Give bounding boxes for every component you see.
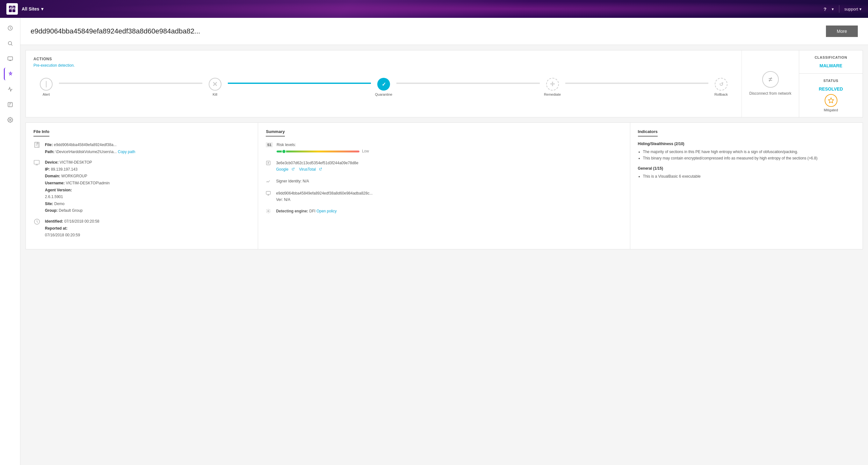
svg-rect-10 <box>34 161 39 164</box>
copy-path-link[interactable]: Copy path <box>118 150 135 154</box>
indicator-list: The majority of sections in this PE have… <box>638 149 855 162</box>
sidebar-item-threats[interactable] <box>4 68 17 80</box>
filehash2-value: e9dd9064bba45849efa8924edf38a8d60e984adb… <box>276 190 372 197</box>
ver-line: Ver: N/A <box>276 197 372 203</box>
file-info-card: File Info File: e9dd9064bba45849efa8924e… <box>26 123 258 249</box>
status-resolved: RESOLVED <box>819 86 843 91</box>
disconnect-label: Disconnect from network <box>749 91 791 96</box>
s1-badge: S1 <box>266 142 273 147</box>
page-title: e9dd9064bba45849efa8924edf38a8d60e984adb… <box>31 27 200 35</box>
rollback-step-icon: ↺ <box>715 78 727 91</box>
sidebar-item-devices[interactable] <box>4 52 17 65</box>
identified-value: 07/16/2018 00:20:58 <box>64 219 99 224</box>
agent-line: Agent Version: <box>45 187 110 194</box>
sidebar <box>0 18 21 465</box>
list-item: This binary may contain encrypted/compre… <box>643 155 855 162</box>
sidebar-item-search[interactable] <box>4 37 17 50</box>
signer-icon <box>266 179 272 185</box>
risk-dot <box>282 149 286 154</box>
identified-label: Identified: <box>45 219 63 224</box>
disconnect-box[interactable]: ≠ Disconnect from network <box>742 50 799 117</box>
status-box: STATUS RESOLVED Mitigated <box>799 74 863 117</box>
svg-point-5 <box>8 41 12 45</box>
more-button[interactable]: More <box>826 26 858 37</box>
sidebar-item-dashboard[interactable] <box>4 22 17 34</box>
svg-rect-9 <box>35 142 39 148</box>
ip-line: IP: 89.139.197.143 <box>45 166 110 173</box>
risk-label: Risk levels: <box>277 143 296 147</box>
reported-value: 07/16/2018 00:20:59 <box>45 232 99 239</box>
main-content: e9dd9064bba45849efa8924edf38a8d60e984adb… <box>21 18 868 465</box>
external-link-icon <box>291 168 295 171</box>
risk-content: Risk levels: Low <box>277 142 369 155</box>
svg-rect-13 <box>267 191 271 194</box>
indicators-sections: Hiding/Stealthiness (2/10)The majority o… <box>638 142 855 179</box>
mitigated-label: Mitigated <box>824 108 838 112</box>
workflow-step-kill[interactable]: ✕ Kill <box>202 78 228 96</box>
logo[interactable] <box>6 3 18 15</box>
signer-label: Signer Identity: <box>276 179 302 183</box>
support-label: support <box>844 7 858 11</box>
group-label: Group: <box>45 208 58 213</box>
file-row: File: e9dd9064bba45849efa8924edf38a... P… <box>33 142 250 155</box>
filehash2-row: e9dd9064bba45849efa8924edf38a8d60e984adb… <box>266 190 622 203</box>
hash-content: 3e6e3cb07d62c13cd5354ef51d3f244a09e78d8e… <box>276 160 358 173</box>
support-menu[interactable]: support ▾ <box>844 7 862 11</box>
username-label: Username: <box>45 181 65 185</box>
time-details: Identified: 07/16/2018 00:20:58 Reported… <box>45 218 99 239</box>
sidebar-item-reports[interactable] <box>4 98 17 111</box>
file-line: File: e9dd9064bba45849efa8924edf38a... <box>45 142 135 149</box>
filehash2-content: e9dd9064bba45849efa8924edf38a8d60e984adb… <box>276 190 372 203</box>
class-status-panel: CLASSIFICATION MALWARE STATUS RESOLVED M… <box>799 50 863 117</box>
file-info-title: File Info <box>33 129 50 137</box>
domain-value: WORKGROUP <box>61 174 87 178</box>
signer-value: N/A <box>303 179 309 183</box>
help-button[interactable]: ? <box>824 6 826 12</box>
hash-icon <box>266 161 272 167</box>
reported-line: Reported at: <box>45 225 99 232</box>
classification-title: CLASSIFICATION <box>814 56 847 59</box>
indicator-list: This is a VisualBasic 6 executable <box>638 173 855 179</box>
workflow-step-alert: Alert <box>33 78 59 96</box>
open-policy-link[interactable]: Open policy <box>316 209 337 213</box>
summary-card: Summary S1 Risk levels: Low <box>258 123 630 249</box>
screen-icon <box>266 191 272 197</box>
indicators-card: Indicators Hiding/Stealthiness (2/10)The… <box>630 123 863 249</box>
site-selector[interactable]: All Sites ▾ <box>22 6 43 11</box>
svg-rect-3 <box>12 9 15 12</box>
ip-label: IP: <box>45 167 50 172</box>
actions-subtitle: Pre-execution detection. <box>33 63 734 68</box>
ver-value: N/A <box>284 197 290 202</box>
virustotal-link[interactable]: VirusTotal <box>299 167 316 172</box>
chevron-down-icon: ▾ <box>41 6 43 11</box>
google-link[interactable]: Google <box>276 167 288 172</box>
actions-title: ACTIONS <box>33 57 734 61</box>
external-link-icon-2 <box>319 168 322 171</box>
engine-row: Detecting engine: DFI Open policy <box>266 208 622 215</box>
device-icon <box>33 159 41 214</box>
path-line: Path: \Device\HarddiskVolume2\Users\a...… <box>45 149 135 156</box>
content-area: ACTIONS Pre-execution detection. Alert <box>21 45 868 255</box>
workflow: Alert ✕ Kill ✓ Quarantine <box>33 75 734 99</box>
topnav-chevron-icon[interactable]: ▾ <box>832 7 834 11</box>
time-row: Identified: 07/16/2018 00:20:58 Reported… <box>33 218 250 239</box>
sidebar-item-activity[interactable] <box>4 83 17 96</box>
group-value: Default Group <box>59 208 83 213</box>
svg-rect-6 <box>8 57 12 60</box>
device-line: Device: VICTIM-DESKTOP <box>45 159 110 166</box>
hash-links: Google VirusTotal <box>276 166 358 173</box>
actions-card: ACTIONS Pre-execution detection. Alert <box>26 50 863 117</box>
workflow-step-rollback[interactable]: ↺ Rollback <box>708 78 734 96</box>
sidebar-item-settings[interactable] <box>4 114 17 126</box>
actions-main: ACTIONS Pre-execution detection. Alert <box>26 50 742 117</box>
hash-row: 3e6e3cb07d62c13cd5354ef51d3f244a09e78d8e… <box>266 160 622 173</box>
mitigated-icon <box>825 94 837 107</box>
ip-value: 89.139.197.143 <box>51 167 78 172</box>
risk-value: Low <box>362 148 369 154</box>
topnav-divider <box>839 5 839 13</box>
workflow-step-quarantine[interactable]: ✓ Quarantine <box>371 78 396 96</box>
risk-bar-container: Low <box>277 148 369 154</box>
workflow-step-remediate[interactable]: ✛ Remediate <box>540 78 565 96</box>
header-bar: e9dd9064bba45849efa8924edf38a8d60e984adb… <box>21 18 868 45</box>
detecting-engine-label: Detecting engine: <box>276 209 308 213</box>
